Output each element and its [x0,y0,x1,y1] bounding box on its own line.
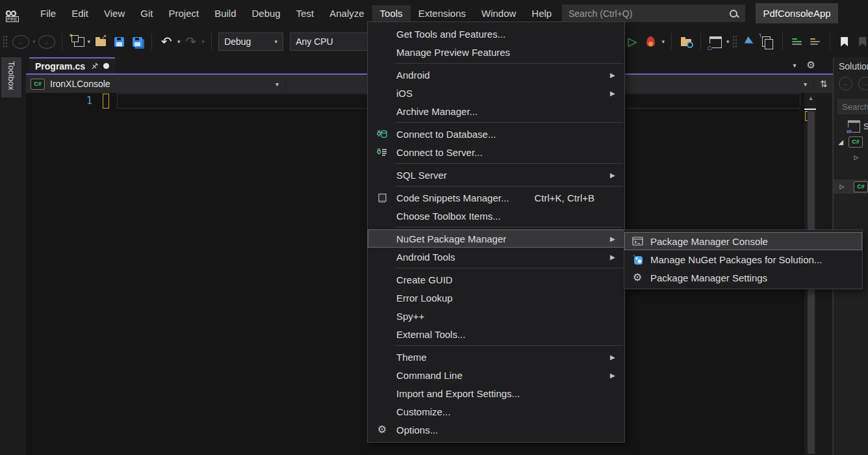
menu-extensions[interactable]: Extensions [411,5,474,21]
navigate-forward-icon[interactable]: → [38,35,55,49]
menu-view[interactable]: View [96,5,133,21]
submenu-arrow-icon: ▶ [610,235,624,242]
save-all-icon[interactable] [129,32,145,51]
menu-analyze[interactable]: Analyze [322,5,372,21]
menu-item-nuget-package-manager[interactable]: NuGet Package Manager ▶ [368,229,624,248]
undo-icon[interactable]: ↶ [159,32,174,51]
tab-program-cs[interactable]: Program.cs [29,57,115,73]
connect-server-icon [368,147,396,158]
save-icon[interactable] [111,32,127,51]
solution-icon [848,120,860,133]
scroll-up-arrow-icon[interactable]: ▲ [804,95,817,101]
toolbar-right-group: ▾ ▷ ▾ ▾ [619,26,868,57]
navigate-back-dropdown-icon[interactable]: ▾ [32,38,36,45]
hot-reload-dropdown-icon[interactable]: ▾ [662,38,665,45]
menu-tools[interactable]: Tools [372,5,411,21]
split-editor-icon[interactable]: ⇅ [813,75,834,93]
menu-item-spy-plus-plus[interactable]: Spy++ [368,307,624,325]
menu-item-external-tools[interactable]: External Tools... [368,325,624,343]
menu-file[interactable]: File [32,5,64,21]
undo-dropdown-icon[interactable]: ▾ [177,38,181,45]
toolbar-grip-icon[interactable] [3,35,7,48]
menu-item-archive-manager[interactable]: Archive Manager... [368,102,624,120]
menu-item-ios[interactable]: iOS ▶ [368,84,624,102]
tree-row-project-expanded[interactable]: ◢ C# [834,135,868,149]
menu-project[interactable]: Project [160,5,207,21]
toolbar-separator [62,33,62,50]
redo-dropdown-icon[interactable]: ▾ [202,38,205,45]
menu-help[interactable]: Help [524,5,559,21]
chevron-down-icon: ▾ [275,81,279,88]
menu-item-package-manager-console[interactable]: Package Manager Console [624,232,862,250]
redo-icon[interactable]: ↷ [183,32,199,51]
tree-collapsed-icon[interactable]: ▷ [852,154,861,161]
preview-window-icon[interactable] [708,32,723,51]
menu-separator [395,227,623,228]
quick-search[interactable] [562,5,745,22]
submenu-arrow-icon: ▶ [610,172,624,179]
navigate-to-cursor-icon[interactable] [742,32,758,51]
solution-search-input[interactable] [837,102,868,112]
menu-item-connect-to-database[interactable]: Connect to Database... [368,125,624,143]
tab-list-chevron-icon[interactable]: ▾ [793,62,797,69]
copy-document-icon[interactable] [760,32,776,51]
menu-debug[interactable]: Debug [244,5,288,21]
menu-item-create-guid[interactable]: Create GUID [368,270,624,289]
tree-expanded-icon[interactable]: ◢ [836,138,845,146]
toolbar-separator [211,33,212,50]
tree-row-project2-selected[interactable]: ▷ C# [834,179,868,194]
solution-explorer-search[interactable] [837,99,868,114]
indent-lines-icon[interactable] [789,32,805,51]
menu-git[interactable]: Git [133,5,160,21]
preview-window-dropdown-icon[interactable]: ▾ [726,38,730,45]
menu-item-get-tools-and-features[interactable]: Get Tools and Features... [368,25,624,43]
menu-item-choose-toolbox-items[interactable]: Choose Toolbox Items... [368,207,624,225]
menu-test[interactable]: Test [288,5,322,21]
menu-item-command-line[interactable]: Command Line ▶ [368,366,624,384]
tree-collapsed-icon[interactable]: ▷ [837,183,847,190]
menu-window[interactable]: Window [474,5,524,21]
find-in-files-icon[interactable] [678,32,694,51]
menu-item-android[interactable]: Android ▶ [368,66,624,84]
menu-item-android-tools[interactable]: Android Tools ▶ [368,248,624,266]
platform-label: Any CPU [296,36,333,47]
format-document-icon[interactable] [808,32,823,51]
menu-item-error-lookup[interactable]: Error Lookup [368,289,624,307]
open-file-icon[interactable] [93,32,108,51]
menu-item-sql-server[interactable]: SQL Server ▶ [368,166,624,184]
tree-row-child-collapsed[interactable]: ▷ [834,150,868,164]
pin-icon[interactable] [90,62,98,70]
menu-build[interactable]: Build [207,5,244,21]
menu-item-theme[interactable]: Theme ▶ [368,348,624,366]
start-without-debugging-icon[interactable]: ▷ [625,32,641,51]
previous-bookmark-icon[interactable] [855,32,868,51]
menu-item-manage-preview-features[interactable]: Manage Preview Features [368,43,624,61]
hot-reload-icon[interactable] [643,32,659,51]
explorer-back-icon[interactable]: ← [839,77,852,90]
search-icon[interactable] [728,8,739,19]
navigate-back-icon[interactable]: ← [12,35,29,49]
solution-configurations-dropdown[interactable]: Debug ▾ [218,32,283,51]
menu-item-manage-nuget-packages-for-solution[interactable]: Manage NuGet Packages for Solution... [624,250,862,268]
toolbox-tab[interactable]: Toolbox [1,57,21,98]
menu-separator [395,163,623,164]
project-dropdown[interactable]: C# IronXLConsole ▾ [26,75,285,93]
toolbar-grip-icon[interactable] [732,35,737,48]
menu-item-options[interactable]: ⚙ Options... [368,421,624,439]
explorer-forward-icon[interactable]: → [858,77,868,90]
menu-item-import-export-settings[interactable]: Import and Export Settings... [368,384,624,402]
search-input[interactable] [562,8,728,19]
tree-row-solution[interactable]: So [834,119,868,133]
toggle-bookmark-icon[interactable] [837,32,852,51]
menu-item-code-snippets-manager[interactable]: Code Snippets Manager... Ctrl+K, Ctrl+B [368,188,624,207]
solution-explorer-title: Solution [839,61,868,72]
menu-edit[interactable]: Edit [64,5,96,21]
new-project-dropdown-icon[interactable]: ▾ [88,38,91,45]
tab-options-gear-icon[interactable]: ⚙ [807,59,815,71]
menu-item-connect-to-server[interactable]: Connect to Server... [368,143,624,161]
solution-name-badge[interactable]: PdfConsoleApp [756,3,838,23]
menu-item-package-manager-settings[interactable]: ⚙ Package Manager Settings [624,268,862,287]
submenu-arrow-icon: ▶ [610,254,624,261]
menu-item-customize[interactable]: Customize... [368,402,624,421]
new-project-icon[interactable]: * [69,32,84,51]
